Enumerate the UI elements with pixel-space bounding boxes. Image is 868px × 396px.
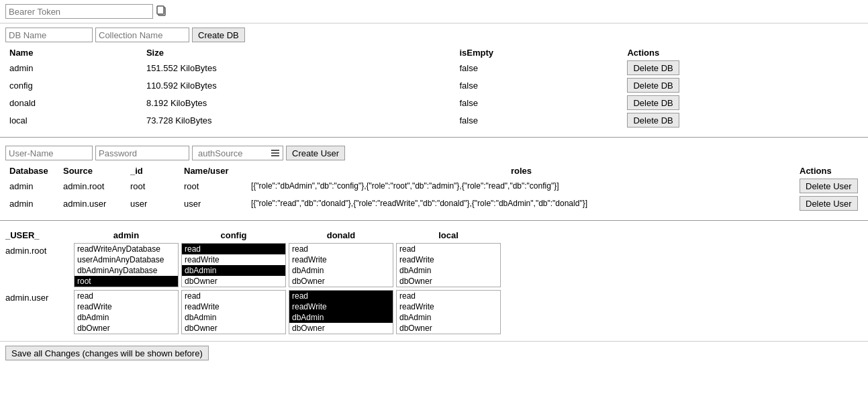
role-item[interactable]: dbOwner xyxy=(289,323,393,334)
svg-rect-2 xyxy=(271,150,279,151)
db-isempty-cell: false xyxy=(455,77,623,94)
role-item[interactable]: dbAdmin xyxy=(182,265,285,276)
username-input[interactable] xyxy=(5,146,93,160)
section-divider-1 xyxy=(0,137,868,138)
roles-header-cell: _USER_ xyxy=(5,229,73,242)
db-section: Create DB Name Size isEmpty Actions admi… xyxy=(0,23,868,133)
copy-icon[interactable] xyxy=(156,5,168,19)
db-size-cell: 73.728 KiloBytes xyxy=(142,111,456,129)
role-item[interactable]: read xyxy=(289,244,393,254)
auth-source-icon xyxy=(271,148,280,159)
role-item[interactable]: read xyxy=(75,291,178,301)
role-item[interactable]: read xyxy=(289,291,393,301)
role-item[interactable]: dbAdmin xyxy=(289,312,393,323)
role-item[interactable]: dbAdmin xyxy=(397,312,500,323)
db-isempty-cell: false xyxy=(455,111,623,129)
create-db-button[interactable]: Create DB xyxy=(192,28,245,42)
role-item[interactable]: read xyxy=(182,244,285,254)
db-size-cell: 151.552 KiloBytes xyxy=(142,59,456,77)
roles-db-cell-donald: readreadWritedbAdmindbOwner xyxy=(289,290,393,334)
db-actions-cell: Delete DB xyxy=(623,111,863,129)
user-col-source: Source xyxy=(59,164,126,177)
role-item[interactable]: dbOwner xyxy=(75,323,178,334)
role-item[interactable]: readWrite xyxy=(182,301,285,312)
delete-user-button[interactable]: Delete User xyxy=(800,196,858,211)
roles-db-cell-admin: readreadWritedbAdmindbOwner xyxy=(74,290,179,334)
roles-section: _USER_adminconfigdonaldlocal admin.rootr… xyxy=(0,225,868,341)
delete-user-button[interactable]: Delete User xyxy=(800,179,858,193)
role-item[interactable]: dbOwner xyxy=(397,323,500,334)
create-db-row: Create DB xyxy=(5,28,863,42)
user-table-row: admin admin.user user user [{"role":"rea… xyxy=(5,195,863,212)
user-col-database: Database xyxy=(5,164,59,177)
role-item[interactable]: userAdminAnyDatabase xyxy=(75,254,178,265)
role-item[interactable]: dbAdmin xyxy=(289,265,393,276)
role-item[interactable]: dbAdminAnyDatabase xyxy=(75,265,178,276)
db-name-cell: admin xyxy=(5,59,142,77)
role-item[interactable]: dbAdmin xyxy=(75,312,178,323)
password-input[interactable] xyxy=(95,146,189,160)
role-item[interactable]: readWrite xyxy=(75,301,178,312)
roles-header-cell: local xyxy=(395,229,502,242)
roles-db-cell-admin: readWriteAnyDatabaseuserAdminAnyDatabase… xyxy=(74,243,179,287)
create-user-row: Create User xyxy=(5,146,863,160)
svg-rect-1 xyxy=(157,6,164,14)
role-item[interactable]: dbOwner xyxy=(182,276,285,287)
auth-source-input[interactable] xyxy=(195,146,269,160)
role-item[interactable]: dbOwner xyxy=(182,323,285,334)
db-table-row: donald 8.192 KiloBytes false Delete DB xyxy=(5,94,863,111)
role-item[interactable]: read xyxy=(397,291,500,301)
db-actions-cell: Delete DB xyxy=(623,59,863,77)
roles-db-cell-local: readreadWritedbAdmindbOwner xyxy=(396,290,501,334)
role-item[interactable]: readWrite xyxy=(182,254,285,265)
role-item[interactable]: readWriteAnyDatabase xyxy=(75,244,178,254)
user-section: Create User Database Source _id Name/use… xyxy=(0,142,868,216)
user-source-cell: admin.root xyxy=(59,177,126,195)
save-all-button[interactable]: Save all Changes (changes will be shown … xyxy=(5,346,209,360)
user-id-cell: user xyxy=(126,195,180,212)
role-item[interactable]: read xyxy=(182,291,285,301)
role-item[interactable]: dbOwner xyxy=(397,276,500,287)
delete-db-button[interactable]: Delete DB xyxy=(627,78,679,93)
roles-row: admin.userreadreadWritedbAdmindbOwnerrea… xyxy=(5,290,863,334)
db-isempty-cell: false xyxy=(455,94,623,111)
roles-db-cell-local: readreadWritedbAdmindbOwner xyxy=(396,243,501,287)
role-item[interactable]: readWrite xyxy=(397,254,500,265)
db-actions-cell: Delete DB xyxy=(623,94,863,111)
bearer-token-section xyxy=(0,0,868,23)
role-item[interactable]: read xyxy=(397,244,500,254)
role-item[interactable]: dbAdmin xyxy=(182,312,285,323)
db-name-cell: local xyxy=(5,111,142,129)
svg-rect-4 xyxy=(271,155,279,156)
db-col-actions: Actions xyxy=(623,46,863,59)
role-item[interactable]: readWrite xyxy=(289,254,393,265)
roles-user-label: admin.root xyxy=(5,243,73,256)
roles-user-label: admin.user xyxy=(5,290,73,303)
role-item[interactable]: readWrite xyxy=(289,301,393,312)
user-col-id: _id xyxy=(126,164,180,177)
roles-db-cell-config: readreadWritedbAdmindbOwner xyxy=(181,243,286,287)
create-user-button[interactable]: Create User xyxy=(286,146,345,160)
role-item[interactable]: root xyxy=(75,276,178,287)
user-source-cell: admin.user xyxy=(59,195,126,212)
roles-db-cell-donald: readreadWritedbAdmindbOwner xyxy=(289,243,393,287)
db-table-row: local 73.728 KiloBytes false Delete DB xyxy=(5,111,863,129)
db-col-isempty: isEmpty xyxy=(455,46,623,59)
user-id-cell: root xyxy=(126,177,180,195)
roles-row: admin.rootreadWriteAnyDatabaseuserAdminA… xyxy=(5,243,863,287)
collection-name-input[interactable] xyxy=(95,28,189,42)
delete-db-button[interactable]: Delete DB xyxy=(627,95,679,110)
user-database-cell: admin xyxy=(5,195,59,212)
db-name-cell: config xyxy=(5,77,142,94)
db-size-cell: 110.592 KiloBytes xyxy=(142,77,456,94)
delete-db-button[interactable]: Delete DB xyxy=(627,60,679,75)
db-name-input[interactable] xyxy=(5,28,93,42)
role-item[interactable]: dbAdmin xyxy=(397,265,500,276)
db-table-row: config 110.592 KiloBytes false Delete DB xyxy=(5,77,863,94)
role-item[interactable]: dbOwner xyxy=(289,276,393,287)
bearer-token-input[interactable] xyxy=(5,4,153,19)
user-roles-cell: [{"role":"dbAdmin","db":"config"},{"role… xyxy=(247,177,795,195)
role-item[interactable]: readWrite xyxy=(397,301,500,312)
delete-db-button[interactable]: Delete DB xyxy=(627,113,679,128)
roles-header-cell: admin xyxy=(73,229,180,242)
